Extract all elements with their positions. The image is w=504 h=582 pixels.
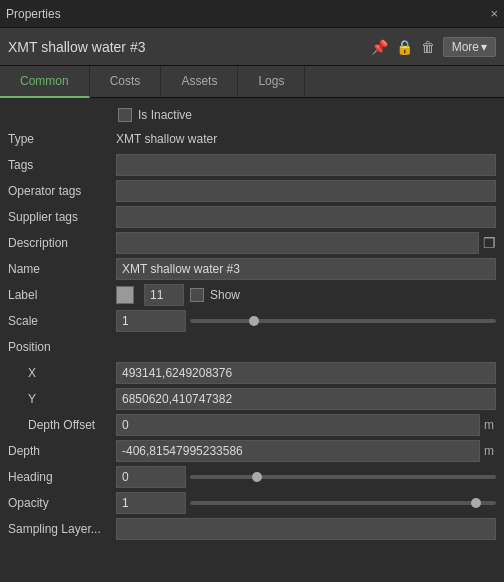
title-bar-icons: × [490,6,498,21]
tags-input[interactable] [116,154,496,176]
inactive-label: Is Inactive [138,108,192,122]
label-controls: Show [116,284,240,306]
name-row: Name [8,256,496,282]
position-x-row: X [8,360,496,386]
heading-value-input[interactable] [116,466,186,488]
position-label: Position [8,340,116,354]
opacity-slider[interactable] [190,501,496,505]
scale-value-input[interactable] [116,310,186,332]
label-label: Label [8,288,116,302]
type-value: XMT shallow water [116,132,496,146]
scale-slider-container [116,310,496,332]
window-actions: 📌 🔒 🗑 More ▾ [371,37,496,57]
depth-offset-input[interactable] [116,414,480,436]
position-y-label: Y [8,392,116,406]
depth-offset-unit: m [484,418,496,432]
description-row: Description ❐ [8,230,496,256]
delete-icon[interactable]: 🗑 [421,39,435,55]
label-show-text: Show [210,288,240,302]
sampling-layer-label: Sampling Layer... [8,522,116,536]
more-button[interactable]: More ▾ [443,37,496,57]
tags-row: Tags [8,152,496,178]
chevron-down-icon: ▾ [481,40,487,54]
tags-label: Tags [8,158,116,172]
heading-row: Heading [8,464,496,490]
scale-row: Scale [8,308,496,334]
tab-common[interactable]: Common [0,66,90,98]
type-row: Type XMT shallow water [8,126,496,152]
window-title-bar: XMT shallow water #3 📌 🔒 🗑 More ▾ [0,28,504,66]
operator-tags-label: Operator tags [8,184,116,198]
pin-icon[interactable]: 📌 [371,39,388,55]
position-y-row: Y [8,386,496,412]
opacity-slider-container [116,492,496,514]
lock-icon[interactable]: 🔒 [396,39,413,55]
depth-unit: m [484,444,496,458]
opacity-value-input[interactable] [116,492,186,514]
title-bar: Properties × [0,0,504,28]
label-row: Label Show [8,282,496,308]
inactive-row: Is Inactive [118,104,496,126]
depth-input[interactable] [116,440,480,462]
form-content: Is Inactive Type XMT shallow water Tags … [0,98,504,548]
label-show-checkbox[interactable] [190,288,204,302]
position-x-label: X [8,366,116,380]
more-label: More [452,40,479,54]
opacity-row: Opacity [8,490,496,516]
name-label: Name [8,262,116,276]
scale-slider[interactable] [190,319,496,323]
tabs-bar: Common Costs Assets Logs [0,66,504,98]
supplier-tags-row: Supplier tags [8,204,496,230]
opacity-label: Opacity [8,496,116,510]
inactive-checkbox[interactable] [118,108,132,122]
operator-tags-input[interactable] [116,180,496,202]
supplier-tags-label: Supplier tags [8,210,116,224]
tab-assets[interactable]: Assets [161,66,238,97]
heading-slider[interactable] [190,475,496,479]
position-section-label: Position [8,334,496,360]
depth-offset-row: Depth Offset m [8,412,496,438]
depth-row: Depth m [8,438,496,464]
position-y-input[interactable] [116,388,496,410]
type-label: Type [8,132,116,146]
name-input[interactable] [116,258,496,280]
position-x-input[interactable] [116,362,496,384]
tab-costs[interactable]: Costs [90,66,162,97]
label-number-input[interactable] [144,284,184,306]
window-title: XMT shallow water #3 [8,39,371,55]
label-color-swatch[interactable] [116,286,134,304]
depth-label: Depth [8,444,116,458]
heading-slider-container [116,466,496,488]
sampling-layer-input[interactable] [116,518,496,540]
supplier-tags-input[interactable] [116,206,496,228]
description-label: Description [8,236,116,250]
tab-logs[interactable]: Logs [238,66,305,97]
sampling-layer-row: Sampling Layer... [8,516,496,542]
heading-label: Heading [8,470,116,484]
depth-offset-label: Depth Offset [8,418,116,432]
title-bar-title: Properties [6,7,490,21]
description-input[interactable] [116,232,479,254]
operator-tags-row: Operator tags [8,178,496,204]
scale-label: Scale [8,314,116,328]
close-icon[interactable]: × [490,6,498,21]
edit-icon[interactable]: ❐ [483,235,496,251]
